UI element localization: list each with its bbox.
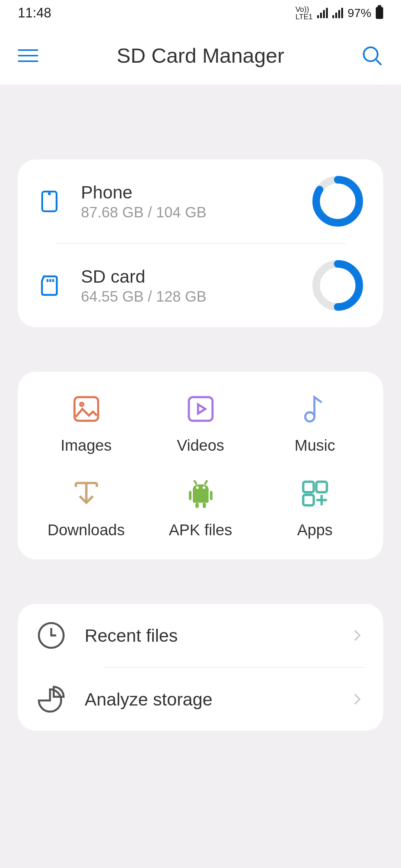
category-videos[interactable]: Videos: [143, 392, 258, 454]
category-apk[interactable]: APK files: [143, 477, 258, 539]
svg-rect-13: [189, 397, 212, 421]
svg-rect-11: [74, 397, 98, 421]
svg-point-19: [202, 486, 205, 489]
categories-card: Images Videos Music: [18, 372, 383, 559]
svg-point-14: [305, 412, 314, 421]
recent-files-row[interactable]: Recent files: [18, 604, 383, 667]
storage-row-sdcard[interactable]: SD card 64.55 GB / 128 GB: [18, 244, 383, 327]
search-icon: [361, 45, 383, 67]
images-icon: [69, 392, 103, 425]
music-icon: [298, 392, 332, 425]
category-apps[interactable]: Apps: [258, 477, 372, 539]
status-right: Vo)) LTE1 97%: [296, 6, 383, 20]
status-bar: 11:48 Vo)) LTE1 97%: [0, 0, 401, 26]
sdcard-usage-chart: [311, 259, 365, 312]
app-header: SD Card Manager: [0, 26, 401, 85]
svg-line-17: [205, 480, 207, 484]
svg-rect-26: [303, 495, 313, 505]
category-label: Apps: [297, 521, 333, 539]
pie-chart-icon: [36, 684, 66, 714]
storage-name: Phone: [81, 182, 311, 203]
analyze-storage-row[interactable]: Analyze storage: [18, 668, 383, 731]
sdcard-icon: [36, 273, 62, 299]
clock-icon: [36, 621, 66, 650]
downloads-icon: [69, 477, 103, 510]
signal-icon-2: [332, 8, 343, 18]
svg-point-12: [80, 402, 83, 406]
svg-point-3: [49, 193, 50, 194]
svg-rect-20: [189, 491, 191, 500]
signal-icon-1: [317, 8, 328, 18]
page-title: SD Card Manager: [40, 43, 361, 68]
apps-icon: [298, 477, 332, 510]
category-label: Music: [294, 437, 335, 454]
lte-indicator: Vo)) LTE1: [296, 6, 313, 20]
videos-icon: [184, 392, 217, 425]
phone-icon: [36, 188, 62, 214]
category-downloads[interactable]: Downloads: [29, 477, 143, 539]
category-label: Videos: [177, 437, 224, 454]
list-label: Recent files: [85, 625, 350, 646]
chevron-right-icon: [350, 628, 365, 643]
battery-pct: 97%: [348, 6, 371, 20]
chevron-right-icon: [350, 692, 365, 707]
storage-row-phone[interactable]: Phone 87.68 GB / 104 GB: [18, 160, 383, 243]
svg-rect-24: [303, 481, 313, 492]
svg-line-16: [194, 480, 196, 484]
category-images[interactable]: Images: [29, 392, 143, 454]
list-label: Analyze storage: [85, 689, 350, 710]
search-button[interactable]: [361, 45, 383, 67]
actions-card: Recent files Analyze storage: [18, 604, 383, 731]
category-music[interactable]: Music: [258, 392, 372, 454]
category-label: Downloads: [48, 521, 125, 539]
storage-card: Phone 87.68 GB / 104 GB SD card 64.55 G: [18, 160, 383, 327]
category-label: Images: [61, 437, 112, 454]
phone-usage-chart: [311, 174, 365, 228]
svg-point-18: [196, 486, 199, 489]
status-time: 11:48: [18, 5, 51, 21]
svg-rect-23: [202, 503, 206, 508]
storage-size: 64.55 GB / 128 GB: [81, 288, 311, 305]
svg-line-1: [376, 60, 381, 65]
menu-button[interactable]: [18, 45, 40, 67]
apk-icon: [184, 477, 217, 510]
svg-rect-22: [195, 503, 199, 508]
svg-rect-21: [210, 491, 212, 500]
battery-icon: [376, 7, 383, 19]
storage-name: SD card: [81, 266, 311, 287]
category-label: APK files: [169, 521, 232, 539]
svg-rect-25: [316, 481, 327, 492]
svg-point-0: [364, 47, 378, 61]
storage-size: 87.68 GB / 104 GB: [81, 204, 311, 221]
